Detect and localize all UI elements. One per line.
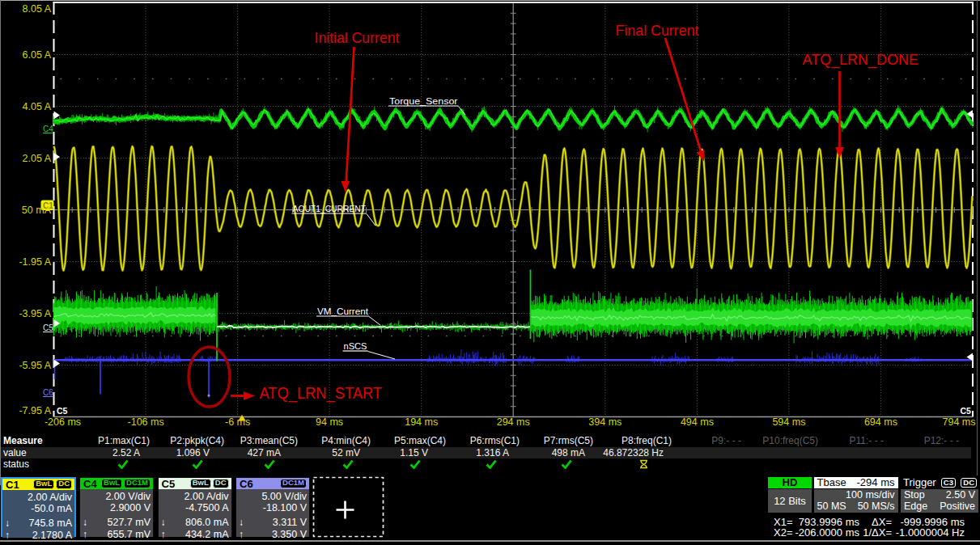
svg-text:C5: C5	[961, 406, 972, 416]
svg-text:VM_Current: VM_Current	[317, 306, 368, 316]
svg-text:Torque_Sensor: Torque_Sensor	[389, 96, 458, 106]
svg-text:Final Current: Final Current	[616, 22, 700, 39]
svg-text:C4: C4	[43, 125, 53, 133]
svg-text:ATQ_LRN_DONE: ATQ_LRN_DONE	[803, 51, 919, 69]
svg-text:AOUT1_CURRENT: AOUT1_CURRENT	[293, 204, 367, 213]
svg-text:ATQ_LRN_START: ATQ_LRN_START	[260, 384, 383, 403]
svg-text:C5: C5	[43, 323, 53, 332]
svg-text:C5: C5	[57, 406, 68, 416]
svg-text:nSCS: nSCS	[344, 341, 367, 351]
svg-text:C6: C6	[43, 388, 53, 397]
svg-text:Initial Current: Initial Current	[315, 29, 401, 46]
